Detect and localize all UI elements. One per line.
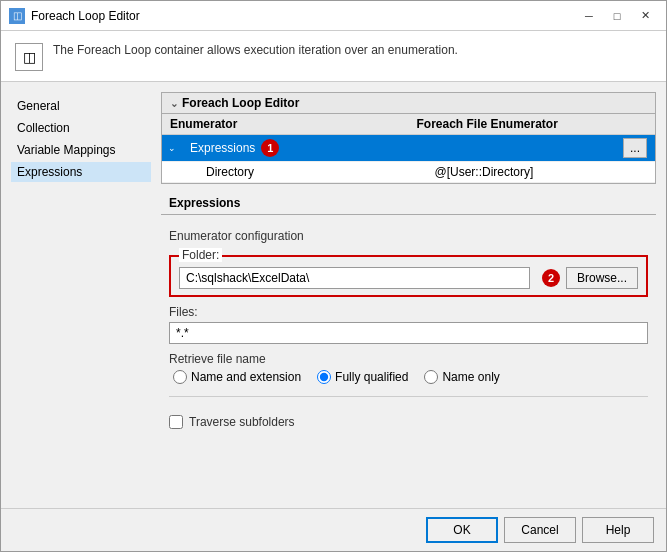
- nav-item-collection[interactable]: Collection: [11, 118, 151, 138]
- config-title: Enumerator configuration: [169, 229, 648, 243]
- help-button[interactable]: Help: [582, 517, 654, 543]
- radio-fully-qualified[interactable]: Fully qualified: [317, 370, 408, 384]
- collapse-arrow-icon: ⌄: [170, 98, 178, 109]
- browse-button[interactable]: Browse...: [566, 267, 638, 289]
- traverse-row: Traverse subfolders: [169, 409, 648, 435]
- radio-fully-qualified-label: Fully qualified: [335, 370, 408, 384]
- expressions-label-cell: Expressions: [190, 141, 255, 155]
- radio-name-extension[interactable]: Name and extension: [173, 370, 301, 384]
- directory-value-cell: @[User::Directory]: [427, 162, 656, 182]
- table-header: Enumerator Foreach File Enumerator: [162, 114, 655, 135]
- traverse-checkbox[interactable]: [169, 415, 183, 429]
- table-row-expressions[interactable]: ⌄ Expressions 1 ...: [162, 135, 655, 162]
- ok-button[interactable]: OK: [426, 517, 498, 543]
- window-title: Foreach Loop Editor: [31, 9, 576, 23]
- col-enumerator: Enumerator: [162, 114, 409, 134]
- badge-1: 1: [261, 139, 279, 157]
- cancel-button[interactable]: Cancel: [504, 517, 576, 543]
- group-header: ⌄ Foreach Loop Editor: [162, 93, 655, 114]
- left-nav: General Collection Variable Mappings Exp…: [11, 92, 151, 498]
- nav-item-general[interactable]: General: [11, 96, 151, 116]
- title-bar: ◫ Foreach Loop Editor ─ □ ✕: [1, 1, 666, 31]
- expand-icon: ⌄: [162, 140, 182, 156]
- table-row-directory[interactable]: Directory @[User::Directory]: [162, 162, 655, 183]
- folder-row: 2 Browse...: [179, 267, 638, 289]
- expressions-cell: Expressions 1: [182, 136, 419, 160]
- maximize-button[interactable]: □: [604, 5, 630, 27]
- retrieve-label: Retrieve file name: [169, 352, 648, 366]
- files-section: Files:: [169, 305, 648, 344]
- files-input[interactable]: [169, 322, 648, 344]
- header-section: ◫ The Foreach Loop container allows exec…: [1, 31, 666, 82]
- col-file-enumerator: Foreach File Enumerator: [409, 114, 656, 134]
- folder-group: Folder: 2 Browse...: [169, 255, 648, 297]
- directory-cell: Directory: [182, 162, 427, 182]
- expressions-value-cell: ...: [419, 135, 656, 161]
- main-content: General Collection Variable Mappings Exp…: [1, 82, 666, 508]
- header-description: The Foreach Loop container allows execut…: [53, 41, 458, 59]
- traverse-label: Traverse subfolders: [189, 415, 295, 429]
- main-window: ◫ Foreach Loop Editor ─ □ ✕ ◫ The Foreac…: [0, 0, 667, 552]
- badge-2: 2: [542, 269, 560, 287]
- footer: OK Cancel Help: [1, 508, 666, 551]
- radio-fully-qualified-input[interactable]: [317, 370, 331, 384]
- nav-item-expressions[interactable]: Expressions: [11, 162, 151, 182]
- loop-editor-group: ⌄ Foreach Loop Editor Enumerator Foreach…: [161, 92, 656, 184]
- header-icon: ◫: [15, 43, 43, 71]
- folder-input[interactable]: [179, 267, 530, 289]
- radio-name-only[interactable]: Name only: [424, 370, 499, 384]
- radio-name-only-input[interactable]: [424, 370, 438, 384]
- right-panel: ⌄ Foreach Loop Editor Enumerator Foreach…: [161, 92, 656, 498]
- more-button[interactable]: ...: [623, 138, 647, 158]
- window-controls: ─ □ ✕: [576, 5, 658, 27]
- files-label: Files:: [169, 305, 648, 319]
- close-button[interactable]: ✕: [632, 5, 658, 27]
- radio-name-only-label: Name only: [442, 370, 499, 384]
- radio-group: Name and extension Fully qualified Name …: [169, 370, 648, 384]
- radio-name-extension-input[interactable]: [173, 370, 187, 384]
- expressions-section-label: Expressions: [161, 190, 656, 215]
- properties-table: Enumerator Foreach File Enumerator ⌄ Exp…: [162, 114, 655, 183]
- nav-item-variable-mappings[interactable]: Variable Mappings: [11, 140, 151, 160]
- window-icon: ◫: [9, 8, 25, 24]
- group-title: Foreach Loop Editor: [182, 96, 299, 110]
- minimize-button[interactable]: ─: [576, 5, 602, 27]
- retrieve-section: Retrieve file name Name and extension Fu…: [169, 352, 648, 384]
- radio-name-extension-label: Name and extension: [191, 370, 301, 384]
- folder-label: Folder:: [179, 248, 222, 262]
- expand-placeholder: [162, 169, 182, 175]
- config-section: Enumerator configuration Folder: 2 Brows…: [161, 221, 656, 443]
- divider: [169, 396, 648, 397]
